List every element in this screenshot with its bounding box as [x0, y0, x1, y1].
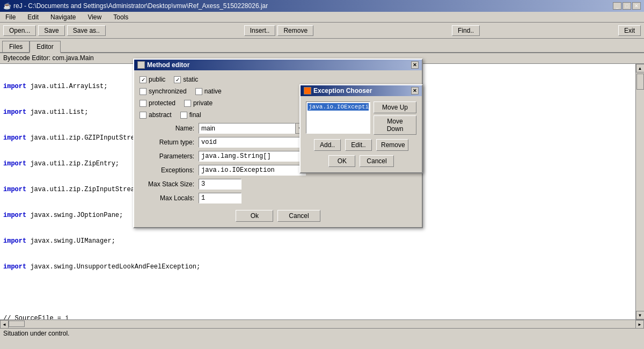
code-line-7: import javax.swing.UIManager; — [3, 237, 632, 245]
code-line-8: import javax.swing.UnsupportedLookAndFee… — [3, 263, 632, 271]
code-line-10: // SourceFile = i — [3, 314, 632, 319]
method-editor-cancel[interactable]: Cancel — [277, 210, 320, 222]
save-button[interactable]: Save — [38, 25, 64, 36]
exception-content: java.io.IOException Move Up Move Down — [306, 101, 416, 135]
method-editor-title: Method editor — [147, 61, 411, 69]
checkbox-static[interactable]: static — [174, 76, 198, 83]
parameters-label: Parameters: — [140, 152, 199, 160]
exception-chooser-title: Exception Chooser — [313, 87, 411, 94]
maximize-button[interactable]: □ — [623, 2, 631, 10]
method-editor-ok[interactable]: Ok — [236, 210, 273, 222]
code-line-9 — [3, 288, 632, 297]
exception-icon — [304, 87, 311, 94]
vertical-scrollbar[interactable]: ▲ ▼ — [635, 64, 644, 319]
abstract-checkbox[interactable] — [140, 112, 147, 119]
move-up-button[interactable]: Move Up — [374, 101, 416, 113]
window-title: reJ - C:\Documents and Settings\Administ… — [13, 2, 268, 10]
exception-action-buttons: Add.. Edit.. Remove — [306, 139, 416, 151]
menu-view[interactable]: View — [84, 13, 105, 21]
exception-chooser-dialog[interactable]: Exception Chooser ✕ java.io.IOException … — [299, 84, 423, 173]
method-editor-icon — [137, 61, 145, 69]
toolbar: Open... Save Save as.. Insert.. Remove F… — [0, 23, 644, 39]
menu-navigate[interactable]: Navigate — [47, 13, 79, 21]
exception-ok-button[interactable]: OK — [328, 155, 355, 167]
insert-button[interactable]: Insert.. — [244, 25, 276, 36]
checkbox-public[interactable]: public — [140, 76, 165, 83]
remove-button[interactable]: Remove — [277, 25, 313, 36]
protected-checkbox[interactable] — [140, 100, 147, 107]
tab-editor[interactable]: Editor — [30, 41, 60, 53]
method-editor-titlebar: Method editor ✕ — [134, 60, 422, 70]
checkbox-row-1: public static — [140, 76, 416, 83]
exception-chooser-close[interactable]: ✕ — [411, 87, 419, 94]
scroll-left-button[interactable]: ◄ — [0, 320, 9, 329]
synchronized-checkbox[interactable] — [140, 88, 147, 95]
private-checkbox[interactable] — [184, 100, 191, 107]
native-checkbox[interactable] — [195, 88, 202, 95]
max-locals-input[interactable] — [199, 193, 241, 203]
final-checkbox[interactable] — [180, 112, 187, 119]
menu-tools[interactable]: Tools — [110, 13, 131, 21]
checkbox-private[interactable]: private — [184, 99, 213, 107]
menu-file[interactable]: File — [2, 13, 19, 21]
max-stack-label: Max Stack Size: — [140, 180, 199, 188]
checkbox-native[interactable]: native — [195, 88, 222, 95]
status-bar: Situation under control. — [0, 328, 644, 339]
tab-files[interactable]: Files — [2, 41, 30, 52]
menu-bar: File Edit Navigate View Tools — [0, 12, 644, 23]
return-type-input[interactable] — [199, 137, 306, 148]
editor-area: Bytecode Editor: com.java.Main import ja… — [0, 53, 644, 339]
exception-item-1[interactable]: java.io.IOException — [308, 103, 369, 111]
exc-edit-button[interactable]: Edit.. — [345, 139, 372, 151]
max-locals-row: Max Locals: — [140, 193, 416, 203]
title-bar-controls[interactable]: _ □ ✕ — [613, 2, 641, 10]
return-type-label: Return type: — [140, 139, 199, 146]
exc-remove-button[interactable]: Remove — [376, 139, 408, 151]
name-combo[interactable]: ▼ — [199, 123, 305, 134]
open-button[interactable]: Open... — [3, 25, 36, 36]
max-stack-row: Max Stack Size: — [140, 179, 416, 190]
final-label: final — [189, 111, 201, 119]
checkbox-abstract[interactable]: abstract — [140, 111, 172, 119]
scroll-up-button[interactable]: ▲ — [636, 64, 645, 72]
public-label: public — [149, 76, 165, 83]
scroll-down-button[interactable]: ▼ — [636, 311, 645, 319]
private-label: private — [193, 99, 213, 107]
static-checkbox[interactable] — [174, 76, 181, 83]
checkbox-final[interactable]: final — [180, 111, 201, 119]
app-icon: ☕ — [3, 2, 11, 10]
exc-side-buttons: Move Up Move Down — [374, 101, 416, 135]
hscroll-track[interactable] — [9, 320, 635, 328]
exceptions-input[interactable] — [199, 165, 306, 176]
tab-bar: Files Editor — [0, 39, 644, 53]
menu-edit[interactable]: Edit — [24, 13, 42, 21]
public-checkbox[interactable] — [140, 76, 147, 83]
exception-list[interactable]: java.io.IOException — [306, 101, 370, 134]
checkbox-protected[interactable]: protected — [140, 99, 175, 107]
minimize-button[interactable]: _ — [613, 2, 621, 10]
method-editor-buttons: Ok Cancel — [140, 210, 416, 222]
checkbox-synchronized[interactable]: synchronized — [140, 88, 187, 95]
status-text: Situation under control. — [3, 330, 69, 337]
find-button[interactable]: Find.. — [452, 25, 480, 36]
scroll-right-button[interactable]: ► — [635, 320, 644, 329]
exceptions-label: Exceptions: — [140, 166, 199, 174]
static-label: static — [183, 76, 198, 83]
close-button[interactable]: ✕ — [632, 2, 641, 10]
title-bar: ☕ reJ - C:\Documents and Settings\Admini… — [0, 0, 644, 12]
title-bar-left: ☕ reJ - C:\Documents and Settings\Admini… — [3, 2, 268, 10]
exc-add-button[interactable]: Add.. — [314, 139, 341, 151]
name-input[interactable] — [199, 123, 295, 134]
move-down-button[interactable]: Move Down — [374, 115, 416, 135]
max-stack-input[interactable] — [199, 179, 241, 190]
save-as-button[interactable]: Save as.. — [67, 25, 106, 36]
exception-chooser-titlebar: Exception Chooser ✕ — [301, 85, 422, 96]
horizontal-scrollbar[interactable]: ◄ ► — [0, 319, 644, 328]
exit-button[interactable]: Exit — [618, 25, 641, 36]
scroll-thumb[interactable] — [636, 74, 644, 90]
native-label: native — [204, 88, 222, 95]
method-editor-close[interactable]: ✕ — [411, 61, 419, 69]
exception-cancel-button[interactable]: Cancel — [360, 155, 393, 167]
parameters-input[interactable] — [199, 151, 306, 162]
hscroll-thumb[interactable] — [9, 321, 25, 327]
